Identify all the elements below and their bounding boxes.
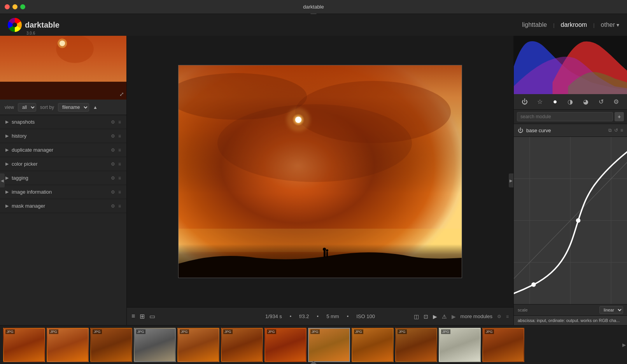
filmstrip-thumb-9[interactable]: JPG xyxy=(352,328,394,362)
accordion-icons-duplicate: ⚙ ≡ xyxy=(111,147,121,153)
color-squares-icon[interactable]: ◫ xyxy=(414,313,419,320)
filmstrip-thumb-11[interactable]: JPG xyxy=(439,328,481,362)
crop-icon[interactable]: ⊡ xyxy=(424,313,428,320)
maximize-button[interactable] xyxy=(20,4,25,9)
color-picker-settings-icon[interactable]: ⚙ xyxy=(111,161,115,167)
left-panel: ⤢ view all sort by filename ▲ ▶ snapshot… xyxy=(0,36,127,325)
duplicate-menu-icon[interactable]: ≡ xyxy=(118,147,121,153)
iso-value: ISO 100 xyxy=(356,313,375,319)
main-photo-svg xyxy=(179,65,462,278)
duplicate-settings-icon[interactable]: ⚙ xyxy=(111,147,115,153)
module-reset-icon[interactable]: ↺ xyxy=(595,96,606,107)
accordion-header-duplicate-manager[interactable]: ▶ duplicate manager ⚙ ≡ xyxy=(0,143,126,157)
accordion-tagging: ▶ tagging ⚙ ≡ xyxy=(0,171,126,185)
curve-svg[interactable] xyxy=(514,137,627,304)
search-module-input[interactable] xyxy=(517,112,613,121)
nav-dropdown-arrow-icon: ▾ xyxy=(616,22,619,28)
svg-point-30 xyxy=(576,218,580,222)
accordion-header-color-picker[interactable]: ▶ color picker ⚙ ≡ xyxy=(0,157,126,171)
mask-menu-icon[interactable]: ≡ xyxy=(118,203,121,209)
play-icon[interactable]: ▶ xyxy=(433,313,437,320)
close-button[interactable] xyxy=(5,4,10,9)
accordion-header-image-information[interactable]: ▶ image information ⚙ ≡ xyxy=(0,185,126,199)
accordion-arrow-history: ▶ xyxy=(5,133,9,138)
accordion-header-snapshots[interactable]: ▶ snapshots ⚙ ≡ xyxy=(0,115,126,129)
filmstrip-thumb-4[interactable]: JPG xyxy=(134,328,176,362)
nav-other-dropdown[interactable]: other ▾ xyxy=(601,21,619,28)
film-label-2: JPG xyxy=(49,329,58,334)
view-select[interactable]: all xyxy=(18,103,36,112)
svg-point-18 xyxy=(323,248,326,251)
right-panel-toggle[interactable]: ▶ xyxy=(509,173,513,187)
base-curve-reset-icon[interactable]: ↺ xyxy=(614,128,618,133)
base-curve-actions: ⧉ ↺ ≡ xyxy=(608,128,623,133)
app-version: 3.0.6 xyxy=(26,31,35,35)
module-gear-icon[interactable]: ⚙ xyxy=(611,96,622,107)
image-info-settings-icon[interactable]: ⚙ xyxy=(111,189,115,195)
nav-lighttable[interactable]: lighttable xyxy=(522,21,547,28)
sort-direction-icon[interactable]: ▲ xyxy=(93,105,98,110)
grid-icon[interactable]: ⊞ xyxy=(140,313,145,320)
module-power-icon[interactable]: ⏻ xyxy=(519,96,530,107)
film-label-7: JPG xyxy=(267,329,276,334)
module-circle-half-icon[interactable]: ◑ xyxy=(565,96,576,107)
status-sep-1: • xyxy=(290,313,292,319)
history-settings-icon[interactable]: ⚙ xyxy=(111,133,115,139)
base-curve-copy-icon[interactable]: ⧉ xyxy=(608,128,612,133)
status-bar: ≡ ⊞ ▭ 1/934 s • f/3.2 • 5 mm • ISO 100 ◫… xyxy=(127,307,513,325)
svg-rect-16 xyxy=(324,250,326,257)
status-sep-3: • xyxy=(347,313,349,319)
hamburger-icon[interactable]: ≡ xyxy=(131,313,135,320)
aperture-value: f/3.2 xyxy=(299,313,309,319)
module-star-icon[interactable]: ☆ xyxy=(534,96,545,107)
history-menu-icon[interactable]: ≡ xyxy=(118,133,121,139)
base-curve-power-icon[interactable]: ⏻ xyxy=(518,127,523,133)
filmstrip-thumb-10[interactable]: JPG xyxy=(395,328,437,362)
filmstrip-thumb-8[interactable]: JPG xyxy=(308,328,350,362)
accordion-arrow-mask: ▶ xyxy=(5,203,9,208)
tagging-menu-icon[interactable]: ≡ xyxy=(118,175,121,181)
film-label-12: JPG xyxy=(485,329,494,334)
filmstrip-thumb-1[interactable]: JPG xyxy=(3,328,45,362)
more-modules-menu-icon[interactable]: ≡ xyxy=(506,314,509,319)
minimize-button[interactable] xyxy=(12,4,18,9)
color-picker-menu-icon[interactable]: ≡ xyxy=(118,161,121,167)
sort-select[interactable]: filename xyxy=(58,103,89,112)
warning-icon[interactable]: ⚠ xyxy=(442,313,447,320)
accordion-header-tagging[interactable]: ▶ tagging ⚙ ≡ xyxy=(0,171,126,185)
module-circle-color-icon[interactable]: ◕ xyxy=(580,96,591,107)
accordion-title-duplicate: duplicate manager xyxy=(12,147,111,153)
left-panel-toggle[interactable]: ◀ xyxy=(0,173,5,187)
accordion-title-image-info: image information xyxy=(12,189,111,195)
expand-preview-icon[interactable]: ⤢ xyxy=(119,91,124,97)
filmstrip-thumb-5[interactable]: JPG xyxy=(177,328,219,362)
module-circle-filled-icon[interactable]: ● xyxy=(550,96,560,107)
status-sep-4: ▶ xyxy=(452,313,456,320)
tagging-settings-icon[interactable]: ⚙ xyxy=(111,175,115,181)
base-curve-menu-icon[interactable]: ≡ xyxy=(620,128,623,133)
scale-select[interactable]: linear log xyxy=(599,306,623,314)
monitor-icon[interactable]: ▭ xyxy=(149,313,155,320)
accordion-header-history[interactable]: ▶ history ⚙ ≡ xyxy=(0,129,126,143)
nav-darkroom[interactable]: darkroom xyxy=(561,21,587,28)
status-icons-left: ≡ ⊞ ▭ xyxy=(131,313,155,320)
filmstrip-thumb-6[interactable]: JPG xyxy=(221,328,263,362)
svg-point-29 xyxy=(531,282,536,287)
scale-label: scale xyxy=(518,308,528,312)
filmstrip-thumb-12[interactable]: JPG xyxy=(482,328,524,362)
more-modules-settings-icon[interactable]: ⚙ xyxy=(497,314,501,319)
more-modules-label-bottom[interactable]: more modules xyxy=(461,313,492,319)
accordion-header-mask-manager[interactable]: ▶ mask manager ⚙ ≡ xyxy=(0,199,126,213)
snapshots-menu-icon[interactable]: ≡ xyxy=(118,119,121,125)
image-info-menu-icon[interactable]: ≡ xyxy=(118,189,121,195)
snapshots-settings-icon[interactable]: ⚙ xyxy=(111,119,115,125)
filmstrip-thumb-7[interactable]: JPG xyxy=(264,328,306,362)
scale-row: scale linear log xyxy=(514,304,627,315)
nav-sep-2: | xyxy=(593,22,594,28)
sort-label: sort by xyxy=(40,105,54,110)
search-plus-button[interactable]: + xyxy=(615,112,624,121)
mask-settings-icon[interactable]: ⚙ xyxy=(111,203,115,209)
filmstrip-thumb-2[interactable]: JPG xyxy=(47,328,89,362)
filmstrip-scroll-right[interactable]: ▶ xyxy=(621,326,627,364)
filmstrip-thumb-3[interactable]: JPG xyxy=(90,328,132,362)
